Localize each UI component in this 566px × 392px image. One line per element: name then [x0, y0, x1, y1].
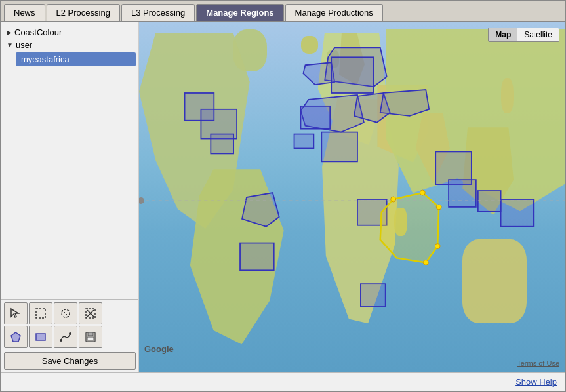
svg-rect-1 — [36, 309, 45, 318]
collapse-arrow-coastcolour: ▶ — [7, 29, 12, 36]
circle-select-icon — [60, 307, 71, 319]
map-type-control: Map Satellite — [488, 28, 559, 42]
toolbar-row-1 — [4, 302, 136, 324]
svg-rect-8 — [36, 334, 45, 340]
tab-bar: News L2 Processing L3 Processing Manage … — [1, 1, 565, 22]
tab-manage-productions[interactable]: Manage Productions — [285, 4, 383, 21]
map-lands — [139, 22, 565, 372]
tree-sub-user: myeastafrica — [4, 51, 136, 68]
land-australia — [462, 239, 526, 323]
save-tool-button[interactable] — [79, 326, 102, 348]
tree-label-coastcolour: CoastColour — [14, 28, 62, 37]
draw-line-button[interactable] — [54, 326, 77, 348]
region-tree: ▶ CoastColour ▼ user myeastafrica — [1, 22, 138, 299]
svg-rect-13 — [87, 337, 94, 340]
land-uk — [327, 50, 339, 68]
land-japan — [501, 78, 514, 113]
main-content: ▶ CoastColour ▼ user myeastafrica — [1, 22, 565, 372]
tab-manage-regions[interactable]: Manage Regions — [196, 4, 283, 21]
main-window: News L2 Processing L3 Processing Manage … — [0, 0, 566, 392]
delete-icon — [85, 307, 96, 319]
google-watermark: Google — [144, 344, 174, 354]
select-tool-button[interactable] — [4, 302, 28, 324]
selected-region-label[interactable]: myeastafrica — [16, 52, 136, 66]
save-icon — [85, 331, 96, 343]
svg-point-10 — [69, 332, 71, 335]
sidebar: ▶ CoastColour ▼ user myeastafrica — [1, 22, 139, 372]
land-madagascar — [394, 208, 407, 236]
tab-l2-processing[interactable]: L2 Processing — [47, 4, 120, 21]
tab-l3-processing[interactable]: L3 Processing — [121, 4, 195, 21]
svg-marker-0 — [11, 309, 18, 317]
tree-item-user[interactable]: ▼ user — [4, 39, 136, 51]
rect-select-icon — [35, 307, 47, 319]
show-help-link[interactable]: Show Help — [515, 377, 557, 387]
svg-rect-12 — [88, 332, 93, 336]
draw-rect-icon — [35, 331, 47, 343]
svg-marker-7 — [11, 332, 20, 342]
svg-line-3 — [62, 310, 69, 317]
draw-polygon-icon — [10, 331, 22, 343]
terms-of-use-link[interactable]: Terms of Use — [517, 359, 559, 367]
draw-polygon-button[interactable] — [4, 326, 28, 348]
sidebar-toolbar: Save Changes — [1, 299, 138, 372]
expand-arrow-user: ▼ — [7, 41, 13, 49]
map-type-map-button[interactable]: Map — [489, 28, 517, 41]
save-changes-button[interactable]: Save Changes — [4, 352, 136, 370]
select-icon — [10, 307, 22, 319]
land-iceland — [301, 36, 318, 54]
tree-item-myeastafrica[interactable]: myeastafrica — [16, 51, 136, 68]
toolbar-row-2 — [4, 326, 136, 348]
draw-line-icon — [60, 331, 71, 343]
tree-item-coastcolour[interactable]: ▶ CoastColour — [4, 26, 136, 39]
rect-select-button[interactable] — [29, 302, 52, 324]
map-area[interactable]: Map Satellite Google Terms of Use — [139, 22, 565, 372]
land-south-america — [190, 169, 284, 344]
draw-rect-button[interactable] — [29, 326, 52, 348]
delete-button[interactable] — [79, 302, 102, 324]
tree-label-user: user — [16, 40, 32, 50]
circle-select-button[interactable] — [54, 302, 77, 324]
svg-point-9 — [60, 339, 62, 342]
map-type-satellite-button[interactable]: Satellite — [517, 28, 559, 41]
tab-news[interactable]: News — [4, 4, 45, 21]
bottom-bar: Show Help — [1, 372, 565, 391]
